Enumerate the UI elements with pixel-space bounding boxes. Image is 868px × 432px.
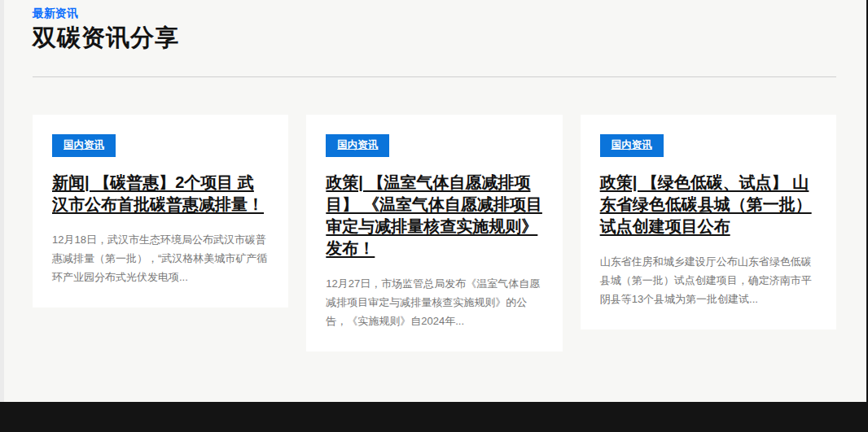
news-card[interactable]: 国内资讯 政策| 【温室气体自愿减排项目】 《温室气体自愿减排项目审定与减排量核… — [306, 115, 562, 351]
category-badge[interactable]: 国内资讯 — [52, 134, 116, 157]
news-page: 最新资讯 双碳资讯分享 国内资讯 新闻| 【碳普惠】2个项目 武汉市公布首批碳普… — [0, 0, 868, 432]
left-edge-strip — [0, 0, 4, 402]
category-badge[interactable]: 国内资讯 — [600, 134, 664, 157]
section-divider — [33, 76, 836, 77]
article-title-link[interactable]: 新闻| 【碳普惠】2个项目 武汉市公布首批碳普惠减排量！ — [52, 172, 269, 216]
article-excerpt: 山东省住房和城乡建设厅公布山东省绿色低碳县城（第一批）试点创建项目，确定济南市平… — [600, 252, 817, 308]
footer-bar — [0, 402, 868, 432]
article-title-link[interactable]: 政策| 【温室气体自愿减排项目】 《温室气体自愿减排项目审定与减排量核查实施规则… — [326, 172, 542, 260]
news-card-grid: 国内资讯 新闻| 【碳普惠】2个项目 武汉市公布首批碳普惠减排量！ 12月18日… — [33, 115, 836, 351]
article-excerpt: 12月18日，武汉市生态环境局公布武汉市碳普惠减排量（第一批），“武汉格林美城市… — [52, 230, 269, 286]
article-excerpt: 12月27日，市场监管总局发布《温室气体自愿减排项目审定与减排量核查实施规则》的… — [326, 274, 542, 330]
content-container: 最新资讯 双碳资讯分享 国内资讯 新闻| 【碳普惠】2个项目 武汉市公布首批碳普… — [33, 0, 836, 351]
news-card[interactable]: 国内资讯 政策| 【绿色低碳、试点】 山东省绿色低碳县城（第一批）试点创建项目公… — [581, 115, 836, 329]
category-badge[interactable]: 国内资讯 — [326, 134, 389, 157]
article-title-link[interactable]: 政策| 【绿色低碳、试点】 山东省绿色低碳县城（第一批）试点创建项目公布 — [600, 172, 817, 238]
section-eyebrow: 最新资讯 — [33, 7, 836, 20]
news-card[interactable]: 国内资讯 新闻| 【碳普惠】2个项目 武汉市公布首批碳普惠减排量！ 12月18日… — [33, 115, 288, 308]
page-title: 双碳资讯分享 — [33, 24, 836, 51]
